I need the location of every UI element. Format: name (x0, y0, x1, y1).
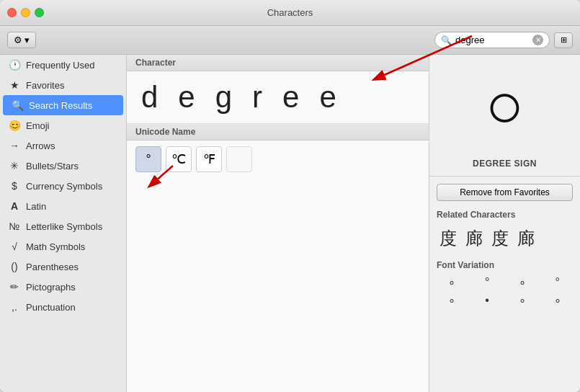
main-panel: Character d e g r e e Unicode Name ° ℃ ℉ (127, 55, 429, 392)
sidebar-label: Letterlike Symbols (26, 221, 102, 232)
sidebar-label: Frequently Used (26, 60, 94, 71)
font-variation-header: Font Variation (429, 254, 580, 273)
search-clear-button[interactable]: ✕ (532, 35, 543, 45)
sidebar-item-math-symbols[interactable]: √ Math Symbols (0, 236, 126, 257)
remove-favorites-button[interactable]: Remove from Favorites (437, 184, 573, 201)
clock-icon: 🕐 (9, 59, 20, 71)
detail-separator (429, 176, 580, 177)
gear-icon: ⚙ (14, 35, 22, 45)
character-header: Character (127, 55, 429, 71)
toolbar: ⚙ ▾ 🔍 ✕ ⊞ (0, 26, 580, 55)
sidebar-item-favorites[interactable]: ★ Favorites (0, 75, 126, 95)
sidebar-item-letterlike-symbols[interactable]: № Letterlike Symbols (0, 216, 126, 236)
toolbar-right: 🔍 ✕ ⊞ (434, 32, 573, 48)
search-icon: 🔍 (441, 35, 452, 45)
parentheses-icon: () (9, 261, 20, 272)
sidebar-label: Punctuation (26, 302, 76, 313)
font-var-5[interactable]: ∘ (437, 294, 468, 308)
font-var-8[interactable]: ∘ (542, 294, 573, 308)
char-cell-fahrenheit[interactable]: ℉ (196, 146, 222, 172)
sidebar-item-currency-symbols[interactable]: $ Currency Symbols (0, 176, 126, 196)
math-icon: √ (9, 241, 20, 252)
char-cell-empty (226, 146, 252, 172)
sidebar-label: Math Symbols (26, 241, 85, 252)
char-cell-degree[interactable]: ° (135, 146, 161, 172)
char-cell-celsius[interactable]: ℃ (166, 146, 192, 172)
search-char-d: d (141, 80, 171, 115)
sidebar: 🕐 Frequently Used ★ Favorites 🔍 Search R… (0, 55, 127, 392)
detail-char-preview: ○ (429, 55, 580, 156)
titlebar: Characters (0, 0, 580, 26)
related-char-3[interactable]: 度 (488, 226, 512, 251)
search-input[interactable] (455, 35, 529, 45)
sidebar-item-latin[interactable]: A Latin (0, 196, 126, 216)
font-var-2[interactable]: ° (472, 276, 503, 290)
sidebar-item-emoji[interactable]: 😊 Emoji (0, 115, 126, 135)
sidebar-label: Search Results (29, 100, 92, 111)
sidebar-item-bullets-stars[interactable]: ✳ Bullets/Stars (0, 156, 126, 176)
search-char-e3: e (319, 80, 349, 115)
search-char-e1: e (178, 80, 208, 115)
preview-character: ○ (485, 68, 524, 143)
arrow-icon: → (9, 140, 20, 151)
related-characters-header: Related Characters (429, 204, 580, 223)
star-icon: ★ (9, 79, 20, 91)
sidebar-label: Currency Symbols (26, 181, 102, 192)
related-characters-list: 度 廊 度 廊 (429, 223, 580, 254)
bullets-icon: ✳ (9, 160, 20, 172)
search-char-e2: e (282, 80, 312, 115)
detail-char-name: DEGREE SIGN (429, 156, 580, 176)
font-var-6[interactable]: • (472, 294, 503, 308)
character-display-row: d e g r e e (127, 71, 429, 124)
sidebar-item-parentheses[interactable]: () Parentheses (0, 257, 126, 277)
detail-panel: ○ DEGREE SIGN Remove from Favorites Rela… (429, 55, 580, 392)
latin-icon: A (9, 200, 20, 212)
font-variation-grid: ∘ ° ∘ ° ∘ • ∘ ∘ (429, 273, 580, 311)
related-char-2[interactable]: 廊 (463, 226, 486, 251)
related-char-1[interactable]: 度 (437, 226, 460, 251)
sidebar-item-punctuation[interactable]: ,. Punctuation (0, 297, 126, 317)
unicode-results-section: ° ℃ ℉ (127, 141, 429, 178)
sidebar-label: Arrows (26, 141, 55, 151)
font-var-1[interactable]: ∘ (437, 276, 468, 290)
grid-view-button[interactable]: ⊞ (554, 32, 573, 48)
sidebar-item-search-results[interactable]: 🔍 Search Results (3, 95, 123, 115)
close-button[interactable] (7, 8, 17, 17)
unicode-header: Unicode Name (127, 124, 429, 141)
search-char-g: g (215, 80, 245, 115)
search-sidebar-icon: 🔍 (12, 99, 23, 111)
punctuation-icon: ,. (9, 301, 20, 313)
font-var-7[interactable]: ∘ (507, 294, 538, 308)
font-var-3[interactable]: ∘ (507, 276, 538, 290)
sidebar-item-frequently-used[interactable]: 🕐 Frequently Used (0, 55, 126, 75)
search-box: 🔍 ✕ (434, 32, 550, 48)
sidebar-label: Emoji (26, 120, 50, 131)
sidebar-label: Latin (26, 201, 46, 212)
font-var-4[interactable]: ° (542, 276, 573, 290)
gear-button[interactable]: ⚙ ▾ (7, 32, 36, 48)
sidebar-item-arrows[interactable]: → Arrows (0, 135, 126, 156)
emoji-icon: 😊 (9, 120, 20, 131)
sidebar-label: Parentheses (26, 262, 79, 272)
grid-icon: ⊞ (561, 35, 567, 45)
currency-icon: $ (9, 180, 20, 192)
sidebar-label: Pictographs (26, 282, 76, 293)
minimize-button[interactable] (21, 8, 30, 17)
window-title: Characters (267, 7, 313, 18)
related-char-4[interactable]: 廊 (514, 226, 537, 251)
content-area: 🕐 Frequently Used ★ Favorites 🔍 Search R… (0, 55, 580, 392)
letterlike-icon: № (9, 220, 20, 232)
maximize-button[interactable] (35, 8, 44, 17)
search-char-r: r (252, 80, 275, 115)
sidebar-label: Bullets/Stars (26, 161, 79, 172)
dropdown-arrow-icon: ▾ (24, 35, 30, 45)
pictographs-icon: ✏ (9, 281, 20, 293)
window-controls (7, 8, 44, 17)
sidebar-item-pictographs[interactable]: ✏ Pictographs (0, 277, 126, 297)
sidebar-label: Favorites (26, 80, 64, 91)
